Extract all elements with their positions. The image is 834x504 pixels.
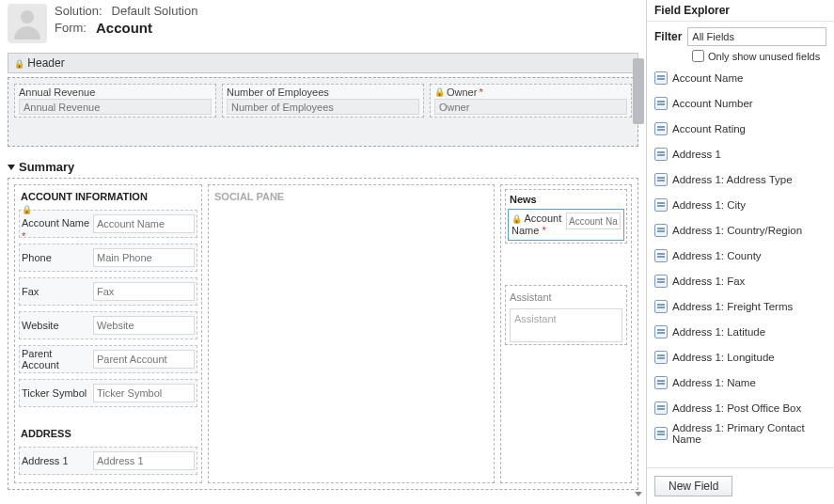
required-star-icon: * [22,230,25,242]
entity-avatar [8,4,47,43]
explorer-field-item[interactable]: Address 1: Primary Contact Name [651,421,830,447]
field-icon [654,224,668,237]
field-input[interactable] [93,282,195,301]
field-label: Phone [22,252,52,263]
unused-fields-toggle[interactable]: Only show unused fields [692,50,826,62]
field-icon [654,402,668,415]
field-icon [654,275,668,288]
lock-icon: 🔒 [434,87,445,97]
explorer-field-item[interactable]: Address 1: Fax [651,269,830,294]
form-field[interactable]: 🔒Account Name* [19,210,197,238]
scrollbar-thumb[interactable] [633,58,644,124]
explorer-field-label: Address 1: Longitude [672,352,775,363]
explorer-field-item[interactable]: Address 1: Country/Region [651,218,830,244]
form-field[interactable]: Address 1 [19,447,197,475]
explorer-field-label: Address 1: Name [672,377,756,388]
field-icon [654,427,668,440]
form-field[interactable]: Fax [19,277,197,306]
explorer-field-label: Account Rating [672,123,746,134]
form-field[interactable]: Parent Account [19,345,197,373]
field-icon [654,300,668,313]
explorer-field-item[interactable]: Address 1: Longitude [651,345,830,370]
field-label: Fax [22,286,39,297]
tab-summary[interactable]: Summary [8,160,638,174]
field-label: Address 1 [22,455,69,466]
lock-icon: 🔒 [22,206,32,215]
header-field[interactable]: 🔒Owner* [430,84,632,118]
explorer-field-label: Account Number [672,98,753,109]
field-icon [654,97,668,110]
column-3: News 🔒 Account Name * Assistant [500,184,632,483]
field-input[interactable] [93,248,195,267]
column-1: ACCOUNT INFORMATION 🔒Account Name*PhoneF… [14,184,202,483]
explorer-field-item[interactable]: Address 1: Post Office Box [651,396,830,421]
assistant-box[interactable]: Assistant [510,308,622,342]
explorer-field-label: Address 1: Address Type [672,174,793,185]
explorer-field-item[interactable]: Account Rating [651,117,830,142]
field-label: Ticker Symbol [22,387,87,399]
form-field[interactable]: Phone [19,244,197,272]
field-list: Account NameAccount NumberAccount Rating… [647,66,834,467]
field-icon [654,376,668,389]
field-icon [654,198,668,212]
explorer-field-item[interactable]: Address 1: Latitude [651,320,830,345]
field-input[interactable] [93,384,195,402]
explorer-field-item[interactable]: Address 1 [651,142,830,167]
explorer-field-label: Account Name [672,72,743,84]
field-label: Website [22,320,59,331]
required-star-icon: * [542,225,545,236]
news-account-name-input[interactable] [566,213,621,229]
required-star-icon: * [479,87,482,98]
header-field[interactable]: Annual Revenue [14,84,216,118]
unused-fields-checkbox[interactable] [692,50,704,62]
section-address-title: ADDRESS [17,424,199,445]
field-label: Number of Employees [227,87,329,98]
explorer-field-label: Address 1: Primary Contact Name [672,422,826,445]
header-section-bar[interactable]: 🔒 Header [8,53,638,73]
field-label: Parent Account [22,348,91,370]
column-2: SOCIAL PANE [208,184,495,483]
header-field-input[interactable] [227,99,419,115]
tab-title: Summary [19,160,74,174]
explorer-field-item[interactable]: Account Number [651,91,830,117]
field-input[interactable] [93,316,195,335]
section-assistant-title: Assistant [508,288,624,307]
tab-body: ACCOUNT INFORMATION 🔒Account Name*PhoneF… [8,178,638,490]
explorer-field-item[interactable]: Address 1: Address Type [651,167,830,193]
form-field[interactable]: Ticker Symbol [19,379,197,407]
header-field[interactable]: Number of Employees [222,84,424,118]
field-icon [654,122,668,135]
field-label: Account Name [22,217,89,228]
explorer-field-label: Address 1: Post Office Box [672,402,801,414]
explorer-field-label: Address 1: Latitude [672,326,765,338]
field-explorer-title: Field Explorer [647,0,834,22]
explorer-field-item[interactable]: Address 1: City [651,193,830,218]
explorer-field-item[interactable]: Address 1: Name [651,370,830,396]
news-account-name-field[interactable]: 🔒 Account Name * [508,209,624,241]
header-field-input[interactable] [434,99,627,115]
section-social-title: SOCIAL PANE [211,187,492,208]
explorer-field-label: Address 1: County [672,250,762,261]
explorer-field-label: Address 1: City [672,199,746,211]
field-label: Owner [447,87,477,98]
caret-down-icon [8,165,15,170]
field-input[interactable] [93,214,195,233]
lock-icon: 🔒 [511,214,522,224]
field-icon [654,249,668,262]
header-field-input[interactable] [19,99,212,115]
filter-select[interactable] [687,27,826,46]
form-header: Solution: Default Solution Form: Account [8,4,638,43]
scroll-down-button[interactable] [633,487,644,500]
main-scrollbar[interactable] [633,58,644,500]
field-input[interactable] [93,350,195,369]
explorer-field-item[interactable]: Address 1: County [651,244,830,269]
explorer-field-item[interactable]: Account Name [651,66,830,91]
explorer-field-item[interactable]: Address 1: Freight Terms [651,294,830,320]
field-input[interactable] [93,451,195,470]
form-field[interactable]: Website [19,311,197,339]
field-icon [654,173,668,186]
header-section-title: Header [27,56,64,70]
form-label: Form: [55,21,87,35]
new-field-button[interactable]: New Field [654,476,732,496]
section-account-info-title: ACCOUNT INFORMATION [17,187,199,208]
